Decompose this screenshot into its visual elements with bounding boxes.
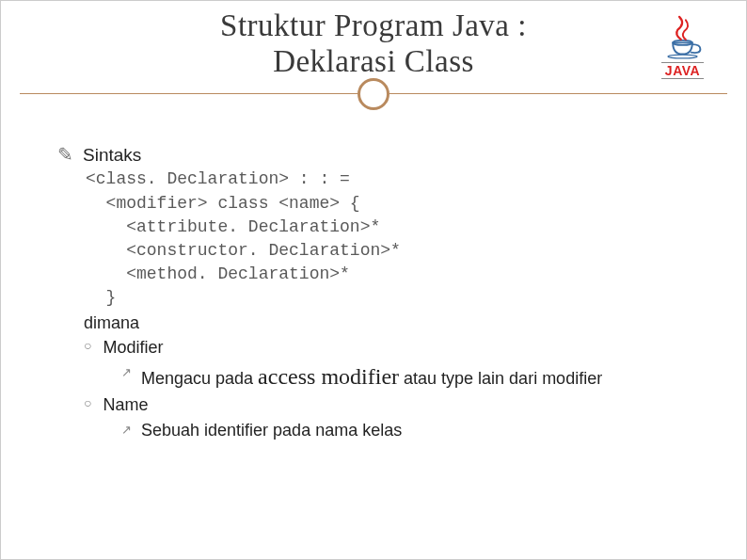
arrow-bullet-icon: ↗ [121, 419, 132, 442]
code-line-4: <constructor. Declaration>* [86, 241, 401, 260]
bullet-modifier-desc: ↗ Mengacu pada access modifier atau type… [121, 361, 690, 393]
java-logo: JAVA [638, 10, 727, 86]
arrow-bullet-icon: ↗ [121, 361, 132, 385]
name-desc: Sebuah identifier pada nama kelas [141, 419, 402, 442]
code-line-2: <modifier> class <name> { [86, 194, 360, 213]
code-line-1: <class. Declaration> : : = [86, 169, 350, 188]
name-label: Name [103, 392, 148, 417]
modifier-desc: Mengacu pada access modifier atau type l… [141, 361, 602, 393]
java-cup-icon [657, 10, 708, 62]
title-line-2: Deklarasi Class [273, 44, 474, 78]
code-line-3: <attribute. Declaration>* [86, 217, 380, 236]
modifier-desc-emph: access modifier [258, 364, 399, 389]
circle-bullet-icon: ○ [84, 392, 91, 413]
code-block: <class. Declaration> : : = <modifier> cl… [86, 168, 690, 310]
code-line-5: <method. Declaration>* [86, 264, 350, 283]
circle-bullet-icon: ○ [84, 335, 91, 356]
slide: JAVA Struktur Program Java : Deklarasi C… [0, 0, 747, 560]
divider-circle-icon [358, 78, 389, 110]
content-area: ✎ Sintaks <class. Declaration> : : = <mo… [1, 114, 746, 443]
modifier-desc-post: atau type lain dari modifier [399, 369, 602, 388]
svg-point-1 [668, 55, 697, 58]
code-line-6: } [86, 288, 116, 307]
bullet-name: ○ Name [84, 392, 690, 417]
modifier-desc-pre: Mengacu pada [141, 369, 258, 388]
bullet-modifier: ○ Modifier [84, 335, 690, 360]
title-area: Struktur Program Java : Deklarasi Class [1, 1, 746, 80]
sintaks-label: Sintaks [83, 142, 141, 168]
slide-title: Struktur Program Java : Deklarasi Class [1, 8, 746, 80]
script-bullet-icon: ✎ [57, 142, 73, 167]
title-divider [1, 76, 746, 114]
dimana-label: dimana [84, 311, 690, 335]
title-line-1: Struktur Program Java : [220, 8, 527, 42]
modifier-label: Modifier [103, 335, 163, 360]
bullet-sintaks: ✎ Sintaks [57, 142, 690, 168]
bullet-name-desc: ↗ Sebuah identifier pada nama kelas [121, 419, 690, 442]
